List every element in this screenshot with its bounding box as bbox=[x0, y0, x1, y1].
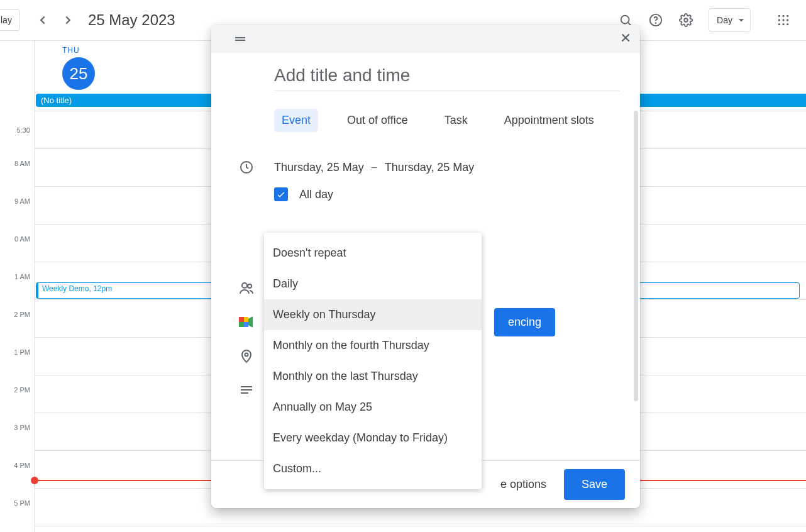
svg-point-6 bbox=[782, 15, 784, 17]
svg-point-4 bbox=[684, 18, 688, 22]
hour-label: 9 AM bbox=[14, 197, 30, 205]
svg-point-12 bbox=[782, 23, 784, 25]
close-icon bbox=[619, 31, 632, 45]
next-period-button[interactable] bbox=[55, 8, 80, 33]
svg-rect-27 bbox=[241, 386, 252, 387]
svg-point-11 bbox=[778, 23, 780, 25]
tab-appointment-slots[interactable]: Appointment slots bbox=[497, 109, 602, 132]
tab-task[interactable]: Task bbox=[437, 109, 475, 132]
svg-point-26 bbox=[245, 353, 248, 357]
svg-rect-15 bbox=[235, 40, 245, 41]
location-icon bbox=[231, 348, 262, 363]
hour-label: 4 PM bbox=[14, 462, 30, 469]
hour-label: 2 PM bbox=[14, 311, 30, 318]
header-right: Day bbox=[613, 8, 801, 33]
recurrence-option[interactable]: Monthly on the fourth Thursday bbox=[264, 330, 482, 361]
hour-label: 5 PM bbox=[14, 499, 30, 507]
tab-event[interactable]: Event bbox=[274, 109, 318, 132]
hour-label: 2 PM bbox=[14, 386, 30, 394]
recurrence-option[interactable]: Custom... bbox=[264, 453, 482, 484]
svg-rect-28 bbox=[241, 389, 252, 391]
svg-point-5 bbox=[778, 15, 780, 17]
day-number[interactable]: 25 bbox=[62, 57, 95, 90]
meet-icon bbox=[231, 316, 262, 328]
more-options-button[interactable]: e options bbox=[500, 478, 546, 491]
date-separator: – bbox=[372, 162, 377, 173]
check-icon bbox=[276, 189, 286, 199]
save-button[interactable]: Save bbox=[564, 469, 625, 500]
svg-point-9 bbox=[782, 19, 784, 21]
scrollbar[interactable] bbox=[634, 111, 638, 401]
settings-button[interactable] bbox=[673, 8, 698, 33]
help-button[interactable] bbox=[643, 8, 668, 33]
help-icon bbox=[649, 13, 663, 27]
recurrence-option[interactable]: Daily bbox=[264, 269, 482, 299]
chevron-left-icon bbox=[36, 13, 50, 27]
tab-out-of-office[interactable]: Out of office bbox=[340, 109, 416, 132]
allday-row: All day bbox=[274, 187, 620, 201]
hour-label: 1 AM bbox=[14, 273, 30, 280]
allday-label: All day bbox=[299, 188, 333, 201]
svg-rect-23 bbox=[239, 322, 244, 327]
hour-label: 5:30 bbox=[17, 126, 30, 134]
people-icon bbox=[231, 280, 262, 296]
hour-label: 8 AM bbox=[14, 160, 30, 167]
svg-point-10 bbox=[787, 19, 788, 21]
add-conferencing-button[interactable]: encing bbox=[494, 308, 555, 336]
drag-handle-icon bbox=[233, 31, 248, 47]
recurrence-option[interactable]: Doesn't repeat bbox=[264, 238, 482, 269]
svg-point-8 bbox=[778, 19, 780, 21]
svg-rect-22 bbox=[239, 317, 244, 322]
now-indicator-dot bbox=[31, 477, 38, 484]
apps-button[interactable] bbox=[771, 8, 796, 33]
close-button[interactable] bbox=[619, 31, 632, 47]
svg-marker-25 bbox=[248, 316, 253, 328]
end-date[interactable]: Thursday, 25 May bbox=[385, 161, 475, 174]
recurrence-option[interactable]: Annually on May 25 bbox=[264, 392, 482, 423]
datetime-row: Thursday, 25 May – Thursday, 25 May bbox=[231, 160, 620, 175]
hour-label: 3 PM bbox=[14, 424, 30, 431]
allday-checkbox[interactable] bbox=[274, 187, 288, 201]
recurrence-dropdown: Doesn't repeat Daily Weekly on Thursday … bbox=[264, 233, 482, 489]
svg-point-13 bbox=[787, 23, 788, 25]
modal-header[interactable] bbox=[211, 25, 640, 53]
hours-column: 5:30 8 AM 9 AM 0 AM 1 AM 2 PM 1 PM 2 PM … bbox=[0, 41, 34, 532]
recurrence-option[interactable]: Every weekday (Monday to Friday) bbox=[264, 423, 482, 453]
event-title: Weekly Demo bbox=[42, 284, 89, 293]
hour-label: 0 AM bbox=[14, 235, 30, 243]
event-type-tabs: Event Out of office Task Appointment slo… bbox=[274, 109, 620, 132]
svg-point-20 bbox=[248, 284, 251, 288]
svg-rect-14 bbox=[235, 37, 245, 38]
view-switcher[interactable]: Day bbox=[709, 8, 751, 32]
chevron-right-icon bbox=[61, 13, 75, 27]
svg-point-19 bbox=[242, 283, 247, 288]
svg-point-7 bbox=[787, 15, 788, 17]
description-icon bbox=[231, 382, 262, 397]
recurrence-option[interactable]: Monthly on the last Thursday bbox=[264, 361, 482, 392]
event-time: 12pm bbox=[93, 284, 112, 293]
prev-period-button[interactable] bbox=[30, 8, 55, 33]
svg-point-3 bbox=[656, 23, 656, 23]
caret-down-icon bbox=[735, 14, 748, 26]
header-date: 25 May 2023 bbox=[88, 11, 175, 29]
start-date[interactable]: Thursday, 25 May bbox=[274, 161, 364, 174]
svg-rect-24 bbox=[244, 322, 248, 327]
apps-grid-icon bbox=[777, 14, 790, 26]
hour-label: 1 PM bbox=[14, 348, 30, 356]
view-switcher-label: Day bbox=[717, 15, 732, 25]
svg-rect-29 bbox=[241, 392, 248, 394]
event-title-input[interactable] bbox=[274, 63, 620, 91]
today-button[interactable]: lay bbox=[0, 9, 20, 31]
recurrence-option[interactable]: Weekly on Thursday bbox=[264, 299, 482, 330]
clock-icon bbox=[231, 160, 262, 175]
svg-point-0 bbox=[621, 16, 629, 24]
gear-icon bbox=[679, 13, 693, 27]
